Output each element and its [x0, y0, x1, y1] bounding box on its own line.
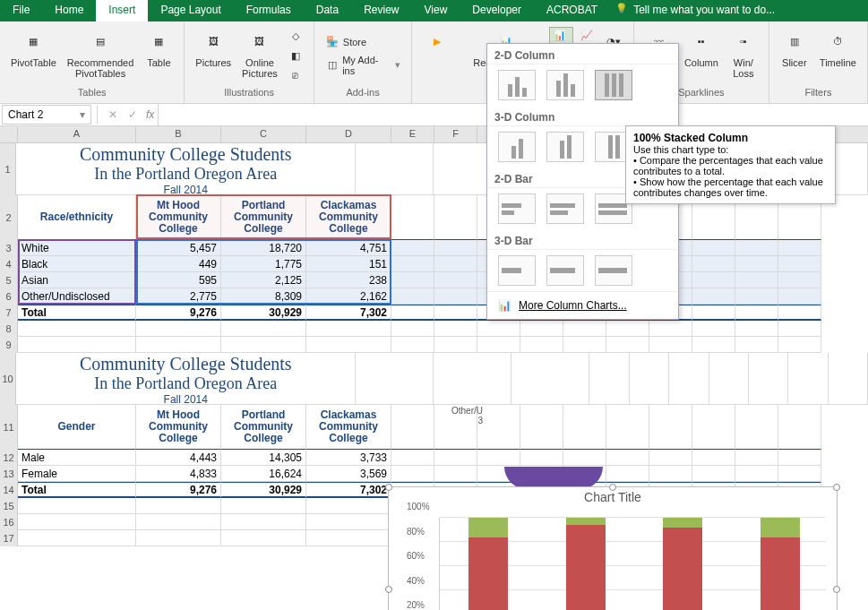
pictures-button[interactable]: 🖼Pictures: [192, 25, 235, 70]
cell[interactable]: [630, 353, 669, 405]
cell[interactable]: [306, 514, 391, 530]
row-header-7[interactable]: 7: [0, 305, 18, 321]
100pct-stacked-column-option[interactable]: [595, 70, 632, 100]
cell[interactable]: [520, 450, 563, 466]
cell[interactable]: [749, 353, 788, 405]
table1-val[interactable]: 2,162: [306, 288, 391, 305]
col-header-E[interactable]: E: [391, 126, 434, 142]
cell[interactable]: [391, 305, 434, 321]
3d-stacked-column-option[interactable]: [546, 132, 584, 162]
cell[interactable]: [709, 353, 749, 405]
tab-developer[interactable]: Developer: [460, 0, 534, 21]
row-header-10[interactable]: 10: [0, 353, 16, 405]
tab-data[interactable]: Data: [304, 0, 351, 21]
table1-val[interactable]: 4,751: [306, 240, 391, 256]
cell[interactable]: [356, 353, 434, 405]
bing-maps-button[interactable]: ▶: [419, 25, 455, 57]
cell[interactable]: [306, 337, 391, 353]
more-column-charts-option[interactable]: 📊More Column Charts...: [487, 291, 678, 319]
3d-clustered-column-option[interactable]: [498, 132, 536, 162]
table1-val[interactable]: 8,309: [221, 288, 306, 305]
cell[interactable]: [18, 530, 136, 546]
cell[interactable]: [520, 321, 563, 337]
table2-total[interactable]: 7,302: [306, 482, 391, 498]
fx-icon[interactable]: fx: [146, 108, 154, 121]
table1-val[interactable]: 238: [306, 272, 391, 288]
cell[interactable]: [692, 466, 735, 482]
pivottable-button[interactable]: ▦PivotTable: [7, 25, 60, 70]
cell[interactable]: [778, 450, 821, 466]
tab-review[interactable]: Review: [351, 0, 411, 21]
table2-col2[interactable]: Portland Community College: [221, 405, 306, 450]
cell[interactable]: [735, 405, 778, 450]
cell[interactable]: [649, 337, 692, 353]
cell[interactable]: [136, 530, 221, 546]
cell[interactable]: [221, 321, 306, 337]
cell[interactable]: [606, 321, 649, 337]
cell[interactable]: [778, 272, 821, 288]
table2-val[interactable]: 3,733: [306, 450, 391, 466]
cell[interactable]: [306, 321, 391, 337]
cell[interactable]: [606, 466, 649, 482]
cell[interactable]: [391, 405, 434, 450]
col-header-F[interactable]: F: [434, 126, 477, 142]
row-header-12[interactable]: 12: [0, 450, 18, 466]
table1-val[interactable]: 151: [306, 256, 391, 272]
table2-title[interactable]: Community College StudentsIn the Portlan…: [16, 353, 356, 405]
stacked-column-option[interactable]: [546, 70, 584, 100]
cell[interactable]: [434, 272, 477, 288]
table2-val[interactable]: 14,305: [221, 450, 306, 466]
table2-val[interactable]: 4,443: [136, 450, 221, 466]
table2-col3[interactable]: Clackamas Community College: [306, 405, 391, 450]
row-header-5[interactable]: 5: [0, 272, 18, 288]
cell[interactable]: [778, 305, 821, 321]
cell[interactable]: [306, 530, 391, 546]
cell[interactable]: [735, 272, 778, 288]
table1-row-label[interactable]: White: [18, 240, 136, 256]
cell[interactable]: [434, 337, 477, 353]
table2-val[interactable]: 3,569: [306, 466, 391, 482]
cancel-formula-button[interactable]: ✕: [103, 106, 123, 124]
name-box[interactable]: Chart 2▾: [2, 105, 91, 125]
cell[interactable]: [391, 321, 434, 337]
table2-row-label[interactable]: Female: [18, 466, 136, 482]
table1-title[interactable]: Community College StudentsIn the Portlan…: [16, 143, 356, 195]
table1-row-label[interactable]: Black: [18, 256, 136, 272]
cell[interactable]: [692, 321, 735, 337]
chart-bar[interactable]: [761, 518, 800, 610]
cell[interactable]: [735, 466, 778, 482]
cell[interactable]: [692, 288, 735, 305]
cell[interactable]: [511, 353, 589, 405]
chart-plot-area[interactable]: WhiteBlackAsianOther/Undisclosed: [439, 518, 826, 610]
tab-formulas[interactable]: Formulas: [234, 0, 304, 21]
table2-val[interactable]: 16,624: [221, 466, 306, 482]
cell[interactable]: [434, 195, 477, 240]
cell[interactable]: [563, 450, 606, 466]
cell[interactable]: [778, 288, 821, 305]
cell[interactable]: [669, 353, 709, 405]
cell[interactable]: [692, 272, 735, 288]
cell[interactable]: [477, 321, 520, 337]
cell[interactable]: [136, 498, 221, 514]
table1-val[interactable]: 5,457: [136, 240, 221, 256]
timeline-button[interactable]: ⏱Timeline: [816, 25, 860, 70]
cell[interactable]: [735, 256, 778, 272]
tab-insert[interactable]: Insert: [96, 0, 148, 21]
table2-col1[interactable]: Mt Hood Community College: [136, 405, 221, 450]
cell[interactable]: [692, 450, 735, 466]
tell-me-input[interactable]: Tell me what you want to do...: [610, 0, 787, 21]
cell[interactable]: [649, 405, 692, 450]
cell[interactable]: [477, 337, 520, 353]
store-button[interactable]: 🏪Store: [322, 33, 370, 51]
table1-total[interactable]: 30,929: [221, 305, 306, 321]
cell[interactable]: [563, 405, 606, 450]
table2-total-label[interactable]: Total: [18, 482, 136, 498]
cell[interactable]: [434, 240, 477, 256]
enter-formula-button[interactable]: ✓: [123, 106, 142, 124]
cell[interactable]: [735, 450, 778, 466]
cell[interactable]: [391, 195, 434, 240]
sparkline-winloss-button[interactable]: ▫▪Win/ Loss: [726, 25, 761, 81]
cell[interactable]: [692, 240, 735, 256]
row-header-13[interactable]: 13: [0, 466, 18, 482]
table1-total[interactable]: 9,276: [136, 305, 221, 321]
